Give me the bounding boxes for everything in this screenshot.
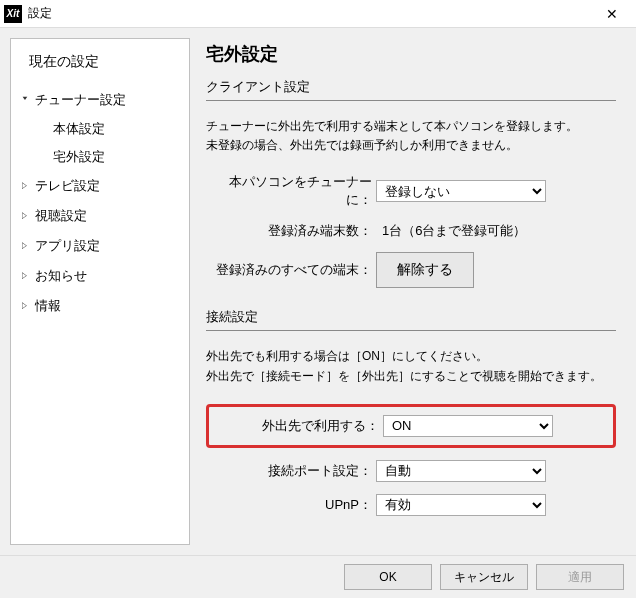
sidebar-item-notice[interactable]: お知らせ — [21, 261, 179, 291]
port-label: 接続ポート設定： — [206, 462, 376, 480]
app-icon: Xit — [4, 5, 22, 23]
apply-button[interactable]: 適用 — [536, 564, 624, 590]
cancel-button[interactable]: キャンセル — [440, 564, 528, 590]
connection-section-heading: 接続設定 — [206, 308, 616, 331]
titlebar: Xit 設定 ✕ — [0, 0, 636, 28]
release-row: 登録済みのすべての端末： 解除する — [206, 252, 616, 288]
use-remote-row: 外出先で利用する： ON — [213, 415, 609, 437]
page-title: 宅外設定 — [206, 42, 616, 66]
port-row: 接続ポート設定： 自動 — [206, 460, 616, 482]
upnp-select[interactable]: 有効 — [376, 494, 546, 516]
connection-desc-line2: 外出先で［接続モード］を［外出先］にすることで視聴を開始できます。 — [206, 369, 602, 383]
titlebar-left: Xit 設定 — [4, 5, 52, 23]
use-remote-label: 外出先で利用する： — [213, 417, 383, 435]
register-row: 本パソコンをチューナーに： 登録しない — [206, 173, 616, 209]
client-desc-line2: 未登録の場合、外出先では録画予約しか利用できません。 — [206, 138, 518, 152]
ok-button[interactable]: OK — [344, 564, 432, 590]
sidebar-sub-body[interactable]: 本体設定 — [21, 115, 179, 143]
client-description: チューナーに外出先で利用する端末として本パソコンを登録します。 未登録の場合、外… — [206, 117, 616, 155]
sidebar-item-app[interactable]: アプリ設定 — [21, 231, 179, 261]
release-all-label: 登録済みのすべての端末： — [206, 261, 376, 279]
sidebar-item-info[interactable]: 情報 — [21, 291, 179, 321]
sidebar: 現在の設定 チューナー設定 本体設定 宅外設定 テレビ設定 視聴設定 アプリ設定… — [10, 38, 190, 545]
registered-count-value: 1台（6台まで登録可能） — [376, 223, 526, 238]
upnp-label: UPnP： — [206, 496, 376, 514]
registered-count-row: 登録済み端末数： 1台（6台まで登録可能） — [206, 221, 616, 240]
connection-desc-line1: 外出先でも利用する場合は［ON］にしてください。 — [206, 349, 488, 363]
content: 現在の設定 チューナー設定 本体設定 宅外設定 テレビ設定 視聴設定 アプリ設定… — [0, 28, 636, 555]
register-select[interactable]: 登録しない — [376, 180, 546, 202]
sidebar-sub-remote[interactable]: 宅外設定 — [21, 143, 179, 171]
registered-count-label: 登録済み端末数： — [206, 222, 376, 240]
client-section-heading: クライアント設定 — [206, 78, 616, 101]
upnp-row: UPnP： 有効 — [206, 494, 616, 516]
register-label: 本パソコンをチューナーに： — [206, 173, 376, 209]
port-select[interactable]: 自動 — [376, 460, 546, 482]
sidebar-item-tv[interactable]: テレビ設定 — [21, 171, 179, 201]
client-desc-line1: チューナーに外出先で利用する端末として本パソコンを登録します。 — [206, 119, 578, 133]
footer: OK キャンセル 適用 — [0, 555, 636, 598]
sidebar-item-tuner[interactable]: チューナー設定 — [21, 85, 179, 115]
window-title: 設定 — [28, 5, 52, 22]
sidebar-heading: 現在の設定 — [21, 53, 179, 71]
use-remote-select[interactable]: ON — [383, 415, 553, 437]
connection-description: 外出先でも利用する場合は［ON］にしてください。 外出先で［接続モード］を［外出… — [206, 347, 616, 385]
highlight-box: 外出先で利用する： ON — [206, 404, 616, 448]
release-button[interactable]: 解除する — [376, 252, 474, 288]
sidebar-item-viewing[interactable]: 視聴設定 — [21, 201, 179, 231]
close-icon[interactable]: ✕ — [592, 0, 632, 28]
main-panel: 宅外設定 クライアント設定 チューナーに外出先で利用する端末として本パソコンを登… — [202, 38, 626, 545]
